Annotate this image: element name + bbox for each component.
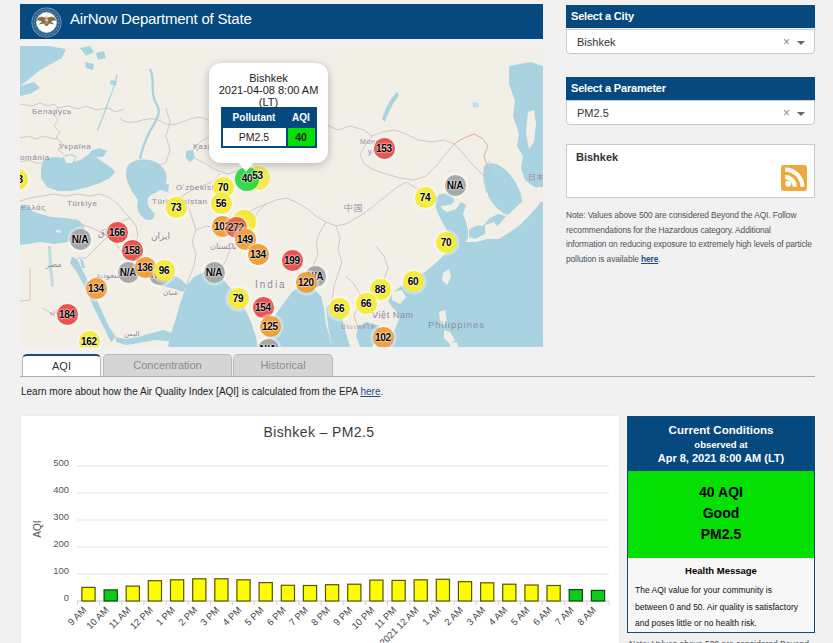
svg-text:12 PM: 12 PM (128, 604, 155, 631)
svg-text:5 AM: 5 AM (508, 604, 531, 627)
svg-text:0: 0 (64, 592, 69, 603)
svg-text:AQI: AQI (32, 520, 43, 537)
svg-text:Беларусь: Беларусь (32, 107, 72, 116)
svg-text:Україна: Україна (59, 142, 91, 151)
svg-text:11 AM: 11 AM (106, 604, 132, 630)
svg-text:omânia: omânia (20, 153, 50, 162)
svg-text:日本: 日本 (528, 173, 543, 182)
svg-text:1 AM: 1 AM (420, 604, 443, 627)
svg-text:Bishkek – PM2.5: Bishkek – PM2.5 (263, 424, 374, 440)
svg-text:500: 500 (53, 457, 69, 468)
svg-text:Philippines: Philippines (428, 319, 485, 330)
svg-text:10 AM: 10 AM (84, 604, 111, 631)
svg-text:3 AM: 3 AM (464, 604, 487, 627)
svg-text:Ελλάς: Ελλάς (21, 203, 46, 212)
svg-text:عمان: عمان (163, 289, 179, 296)
svg-text:باكستان: باكستان (210, 242, 236, 251)
svg-text:Türkiye: Türkiye (67, 199, 97, 208)
svg-text:4 PM: 4 PM (220, 604, 244, 628)
svg-text:10 PM: 10 PM (349, 604, 376, 631)
svg-text:8 PM: 8 PM (309, 604, 333, 628)
svg-text:4 AM: 4 AM (486, 604, 509, 627)
svg-text:2 PM: 2 PM (176, 604, 200, 628)
svg-text:3 PM: 3 PM (198, 604, 222, 628)
svg-text:7 AM: 7 AM (553, 604, 576, 627)
svg-text:6 AM: 6 AM (531, 604, 554, 627)
svg-text:Việt Nam: Việt Nam (372, 310, 414, 320)
svg-text:اليمن: اليمن (124, 330, 140, 338)
svg-text:300: 300 (53, 511, 69, 522)
svg-text:مصر: مصر (45, 260, 62, 269)
svg-text:1 PM: 1 PM (154, 604, 178, 628)
svg-text:2 AM: 2 AM (442, 604, 465, 627)
svg-text:5 PM: 5 PM (242, 604, 266, 628)
svg-text:7 PM: 7 PM (287, 604, 311, 628)
svg-text:200: 200 (53, 538, 69, 549)
svg-text:中国: 中国 (344, 203, 363, 213)
svg-text:ايران: ايران (151, 231, 170, 241)
svg-text:6 PM: 6 PM (264, 604, 288, 628)
svg-text:India: India (255, 279, 287, 290)
svg-text:ประเทศไทย: ประเทศไทย (341, 323, 380, 330)
svg-text:400: 400 (53, 484, 69, 495)
svg-text:100: 100 (53, 565, 69, 576)
svg-text:8 AM: 8 AM (575, 604, 598, 627)
